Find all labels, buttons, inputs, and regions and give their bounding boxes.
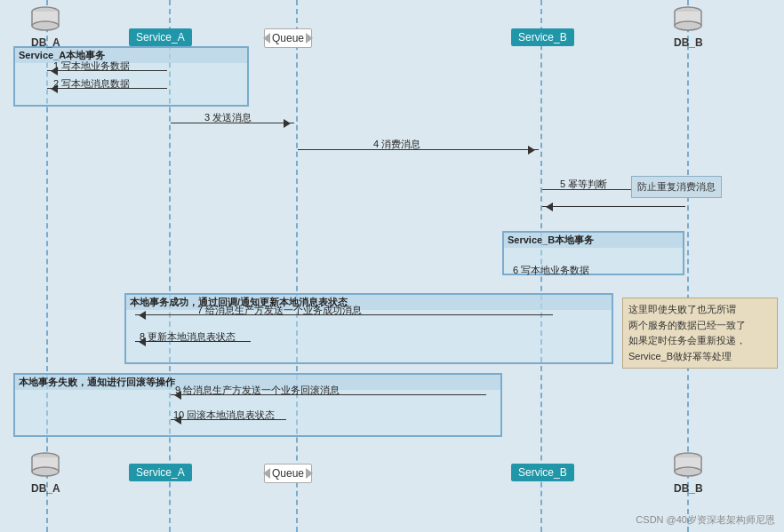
label-step2: 2 写本地消息数据 bbox=[53, 77, 130, 91]
serviceb-label-top: Service_B bbox=[511, 28, 574, 46]
label-step5: 5 幂等判断 bbox=[560, 178, 607, 191]
actor-dba-top: DB_A bbox=[24, 5, 68, 52]
dba-bottom-icon bbox=[30, 451, 60, 478]
label-step3: 3 发送消息 bbox=[204, 111, 252, 124]
dbb-label-top: DB_B bbox=[667, 34, 710, 52]
svg-point-7 bbox=[675, 21, 701, 30]
actor-serviceb-top: Service_B bbox=[511, 27, 574, 46]
label-step6: 6 写本地业务数据 bbox=[513, 264, 692, 277]
servicea-label-bottom: Service_A bbox=[129, 464, 192, 481]
svg-point-17 bbox=[675, 467, 701, 476]
actor-servicea-bottom: Service_A bbox=[129, 462, 192, 481]
dbb-label-bottom: DB_B bbox=[667, 480, 710, 497]
arrow-head-step4 bbox=[528, 146, 540, 155]
arrow-head-step3 bbox=[284, 119, 295, 128]
label-step10: 10 回滚本地消息表状态 bbox=[173, 409, 275, 422]
svg-point-2 bbox=[32, 21, 59, 30]
actor-servicea-top: Service_A bbox=[129, 27, 192, 46]
frame-servicea-local: Service_A本地事务 bbox=[13, 46, 249, 107]
label-step4: 4 消费消息 bbox=[373, 138, 420, 151]
label-step1: 1 写本地业务数据 bbox=[53, 60, 130, 73]
dba-top-icon bbox=[30, 5, 60, 32]
label-step9: 9 给消息生产方发送一个业务回滚消息 bbox=[175, 384, 340, 397]
frame-serviceb-local-title: Service_B本地事务 bbox=[504, 233, 683, 248]
dba-label-bottom: DB_A bbox=[24, 480, 68, 497]
label-step7: 7 给消息生产方发送一个业务成功消息 bbox=[197, 304, 362, 317]
actor-dba-bottom: DB_A bbox=[24, 451, 68, 497]
lifeline-queue bbox=[296, 0, 298, 532]
actor-serviceb-bottom: Service_B bbox=[511, 462, 574, 481]
dba-label-top: DB_A bbox=[24, 34, 68, 52]
frame-fail: 本地事务失败，通知进行回滚等操作 9 给消息生产方发送一个业务回滚消息 10 回… bbox=[13, 373, 502, 437]
actor-dbb-bottom: DB_B bbox=[667, 451, 710, 497]
dbb-bottom-icon bbox=[673, 451, 703, 478]
serviceb-label-bottom: Service_B bbox=[511, 464, 574, 481]
servicea-label-top: Service_A bbox=[129, 28, 192, 46]
actor-queue-bottom: Queue bbox=[264, 462, 312, 483]
label-step8: 8 更新本地消息表状态 bbox=[140, 330, 236, 344]
queue-label-top: Queue bbox=[264, 28, 312, 48]
frame-success: 本地事务成功，通过回调/通知更新本地消息表状态 7 给消息生产方发送一个业务成功… bbox=[124, 293, 613, 364]
note-idempotent: 这里即使失败了也无所谓两个服务的数据已经一致了如果定时任务会重新投递，Servi… bbox=[622, 298, 778, 369]
svg-point-12 bbox=[32, 467, 59, 476]
watermark: CSDN @40岁资深老架构师尼恩 bbox=[636, 513, 775, 527]
actor-dbb-top: DB_B bbox=[667, 5, 710, 52]
queue-label-bottom: Queue bbox=[264, 464, 312, 483]
frame-serviceb-local: Service_B本地事务 6 写本地业务数据 bbox=[502, 231, 684, 275]
actor-queue-top: Queue bbox=[264, 27, 312, 48]
arrow-head-step7 bbox=[134, 311, 146, 320]
arrow-step5-return bbox=[542, 206, 685, 207]
arrow-head-step5-return bbox=[541, 202, 553, 211]
note-prevent-repeat: 防止重复消费消息 bbox=[631, 176, 722, 198]
dbb-top-icon bbox=[673, 5, 703, 32]
diagram: DB_A Service_A Queue Service_B DB_B Serv… bbox=[0, 0, 784, 532]
